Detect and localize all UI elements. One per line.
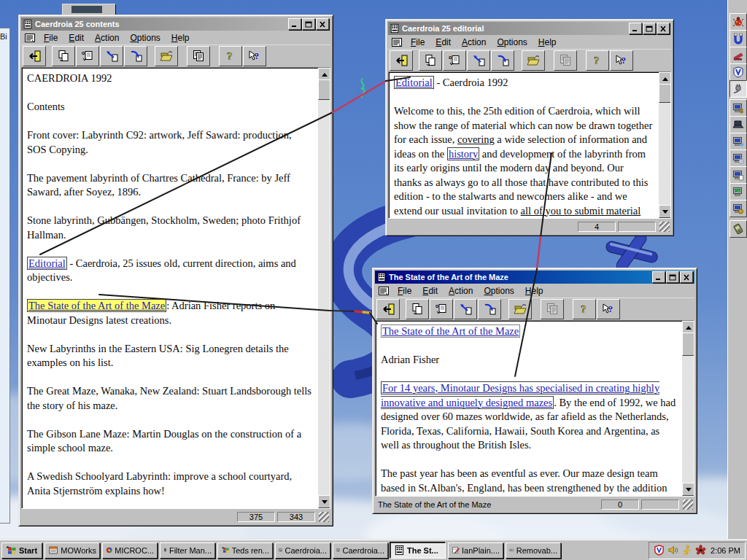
link-out-button[interactable]: [491, 50, 514, 71]
resize-grip[interactable]: [659, 222, 670, 232]
menu-item-help[interactable]: Help: [525, 286, 543, 296]
close-button[interactable]: [316, 18, 329, 30]
exit-button[interactable]: [390, 50, 413, 71]
menu-item-options[interactable]: Options: [484, 286, 514, 296]
hyperlink-title[interactable]: The State of the Art of the Maze: [381, 324, 520, 338]
minimize-button[interactable]: [288, 18, 301, 30]
scrollbar[interactable]: [318, 68, 330, 508]
copy-pages-button[interactable]: [52, 46, 75, 66]
task-button-filter-manager[interactable]: Filter Man...: [160, 542, 215, 559]
launcher-computer-document-icon[interactable]: [729, 166, 747, 184]
minimize-button[interactable]: [629, 23, 642, 34]
open-folder-button[interactable]: [508, 299, 532, 319]
scrollbar-thumb[interactable]: [318, 79, 330, 100]
launcher-stapler-icon[interactable]: [729, 47, 747, 64]
launcher-computer-smiley-icon[interactable]: [729, 200, 747, 217]
launcher-computer-sync-icon[interactable]: [729, 133, 747, 150]
context-help-button[interactable]: [243, 46, 266, 66]
scrollbar-thumb[interactable]: [659, 84, 671, 103]
menu-item-file[interactable]: File: [44, 33, 58, 43]
context-help-button[interactable]: [597, 299, 620, 319]
titlebar[interactable]: Caerdroia 25 contents: [21, 18, 330, 31]
menu-item-action[interactable]: Action: [95, 33, 119, 43]
maximize-button[interactable]: [666, 271, 679, 283]
menu-item-action[interactable]: Action: [462, 37, 486, 47]
maximize-button[interactable]: [643, 23, 656, 34]
launcher-bug-icon[interactable]: [729, 13, 747, 31]
task-button-removable[interactable]: Removab...: [506, 542, 561, 559]
task-button-ianplain[interactable]: IanPlain....: [448, 542, 503, 559]
launcher-magnet-icon[interactable]: [729, 30, 747, 47]
messenger-runner-icon[interactable]: [681, 545, 692, 556]
help-button[interactable]: [219, 46, 242, 66]
document-view[interactable]: Editorial - Caerdroia 1992 Welcome to th…: [388, 71, 671, 219]
copy-button[interactable]: [541, 299, 564, 319]
menu-item-edit[interactable]: Edit: [69, 33, 84, 43]
start-button[interactable]: Start: [1, 542, 42, 559]
task-button-caerdroia-1[interactable]: Caerdroia...: [275, 542, 330, 559]
launcher-plug-icon[interactable]: [729, 80, 747, 98]
paste-pages-button[interactable]: [430, 299, 453, 319]
menu-item-edit[interactable]: Edit: [422, 286, 438, 296]
hyperlink-editorial[interactable]: Editorial: [394, 76, 434, 89]
resize-grip[interactable]: [683, 499, 693, 510]
menu-item-options[interactable]: Options: [130, 33, 160, 43]
scrollbar[interactable]: [682, 321, 694, 496]
menu-item-action[interactable]: Action: [449, 286, 473, 296]
task-button-teds[interactable]: Teds ren...: [217, 542, 273, 559]
menu-item-help[interactable]: Help: [538, 37, 557, 47]
hyperlink-state-of-the-art[interactable]: The State of the Art of the Maze: [27, 299, 166, 312]
help-button[interactable]: [573, 299, 596, 319]
copy-pages-button[interactable]: [406, 299, 429, 319]
copy-button[interactable]: [554, 50, 577, 71]
virus-shield-icon[interactable]: [654, 545, 665, 556]
scrollbar-down-button[interactable]: [318, 495, 330, 508]
speaker-icon[interactable]: [667, 545, 678, 556]
anchor-covering[interactable]: covering: [457, 133, 495, 145]
scrollbar-down-button[interactable]: [659, 205, 671, 218]
launcher-shield-v-icon[interactable]: [729, 63, 747, 81]
resize-grip[interactable]: [319, 512, 329, 522]
hyperlink-editorial[interactable]: Editorial: [27, 257, 67, 270]
menu-item-edit[interactable]: Edit: [436, 37, 451, 47]
open-folder-button[interactable]: [155, 46, 178, 66]
hyperlink-history[interactable]: history: [447, 147, 479, 160]
maximize-button[interactable]: [302, 18, 315, 30]
scrollbar[interactable]: [659, 72, 670, 218]
titlebar[interactable]: The State of the Art of the Maze: [375, 271, 694, 284]
task-button-moworks[interactable]: MOWorks: [44, 542, 100, 559]
task-button-caerdroia-2[interactable]: Caerdroia...: [333, 542, 388, 559]
menu-item-file[interactable]: File: [398, 286, 411, 296]
menu-item-file[interactable]: File: [411, 37, 425, 47]
exit-button[interactable]: [23, 46, 46, 66]
launcher-pda-icon[interactable]: [729, 220, 747, 238]
scrollbar-down-button[interactable]: [682, 483, 694, 496]
link-in-button[interactable]: [100, 46, 123, 66]
launcher-computer-terminal-icon[interactable]: [729, 183, 747, 201]
close-button[interactable]: [680, 271, 693, 283]
paste-pages-button[interactable]: [443, 50, 466, 71]
launcher-computer-dollar-icon[interactable]: [729, 99, 747, 117]
scrollbar-thumb[interactable]: [682, 332, 694, 356]
minimize-button[interactable]: [652, 271, 665, 283]
link-out-button[interactable]: [124, 46, 147, 66]
help-button[interactable]: [586, 50, 609, 71]
link-in-button[interactable]: [467, 50, 490, 71]
open-folder-button[interactable]: [522, 50, 545, 71]
titlebar[interactable]: Caerdroia 25 editorial: [388, 22, 671, 35]
link-in-button[interactable]: [454, 299, 477, 319]
close-button[interactable]: [657, 23, 670, 34]
copy-pages-button[interactable]: [419, 50, 442, 71]
menu-item-help[interactable]: Help: [171, 33, 190, 43]
document-view[interactable]: CAERDROIA 1992 Contents Front cover: Lab…: [21, 67, 330, 509]
exit-button[interactable]: [376, 299, 400, 319]
copy-button[interactable]: [187, 46, 210, 66]
document-view[interactable]: The State of the Art of the Maze Adrian …: [375, 320, 694, 497]
launcher-laptop-icon[interactable]: [729, 116, 747, 133]
task-button-state-of-art[interactable]: The St...: [390, 542, 446, 559]
menu-item-options[interactable]: Options: [497, 37, 527, 47]
paste-pages-button[interactable]: [76, 46, 99, 66]
link-out-button[interactable]: [478, 299, 501, 319]
flower-icon[interactable]: [695, 545, 706, 556]
launcher-computer-cd-icon[interactable]: [729, 149, 747, 167]
